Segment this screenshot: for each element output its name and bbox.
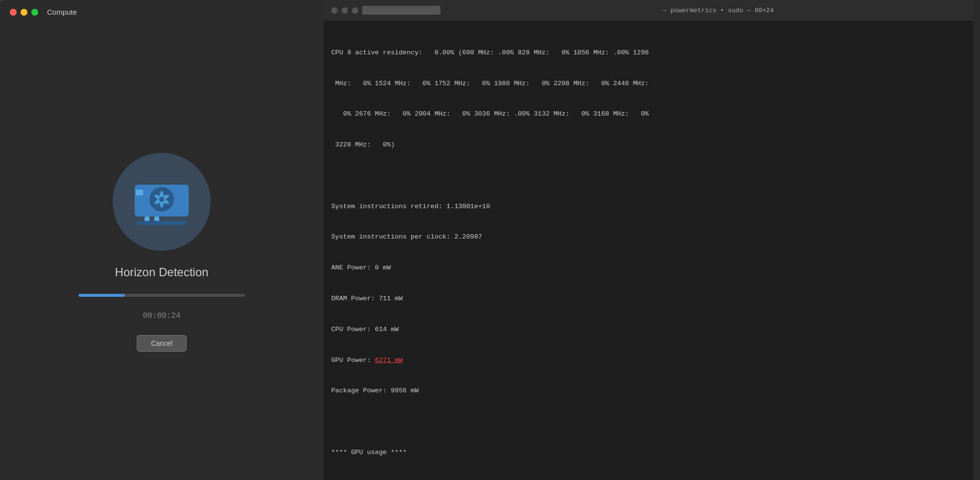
- gpu-icon: [130, 175, 194, 229]
- terminal-minimize-dot[interactable]: [342, 7, 348, 14]
- terminal-line: Package Power: 9956 mW: [331, 386, 965, 396]
- terminal-line: **** GPU usage ****: [331, 448, 965, 458]
- minimize-button[interactable]: [21, 9, 27, 16]
- terminal-maximize-dot[interactable]: [352, 7, 358, 14]
- terminal-line: 0% 2676 MHz: 0% 2904 MHz: 0% 3036 MHz: .…: [331, 109, 965, 120]
- compute-window: Compute: [0, 0, 323, 480]
- terminal-line: ANE Power: 0 mW: [331, 263, 965, 273]
- timer-display: 00:00:24: [143, 312, 181, 320]
- svg-rect-6: [137, 221, 186, 225]
- progress-bar-container: [78, 294, 245, 297]
- terminal-window: — powermetrics • sudo — 80×24 CPU 9 acti…: [323, 0, 973, 480]
- terminal-line: MHz: 0% 1524 MHz: 0% 1752 MHz: 0% 1980 M…: [331, 79, 965, 89]
- cancel-button[interactable]: Cancel: [137, 335, 187, 352]
- gpu-power-highlight: 6271 mW: [375, 357, 403, 364]
- terminal-title-input: [362, 6, 441, 15]
- terminal-close-dot[interactable]: [331, 7, 338, 14]
- gpu-icon-container: [113, 153, 211, 251]
- terminal-line: GPU Power: 6271 mW: [331, 356, 965, 366]
- terminal-line: System instructions per clock: 2.20987: [331, 232, 965, 242]
- terminal-body[interactable]: CPU 9 active residency: 0.00% (600 MHz: …: [323, 21, 973, 480]
- window-titlebar: Compute: [0, 0, 323, 24]
- terminal-line: [331, 171, 965, 181]
- terminal-title-text: — powermetrics • sudo — 80×24: [663, 7, 774, 14]
- svg-point-2: [159, 197, 164, 202]
- svg-rect-3: [145, 216, 149, 221]
- compute-content: Horizon Detection 00:00:24 Cancel: [0, 24, 323, 480]
- progress-bar-fill: [78, 294, 125, 297]
- terminal-line: [331, 417, 965, 427]
- maximize-button[interactable]: [31, 9, 38, 16]
- scrollbar-area[interactable]: [973, 0, 980, 480]
- svg-rect-4: [154, 216, 159, 221]
- terminal-line: [331, 479, 965, 480]
- window-title: Compute: [47, 8, 77, 16]
- terminal-line: 3228 MHz: 0%): [331, 140, 965, 150]
- svg-rect-5: [136, 190, 143, 195]
- terminal-line: CPU 9 active residency: 0.00% (600 MHz: …: [331, 48, 965, 58]
- task-label: Horizon Detection: [115, 265, 209, 279]
- close-button[interactable]: [10, 9, 17, 16]
- terminal-line: System instructions retired: 1.13001e+10: [331, 202, 965, 212]
- terminal-line: DRAM Power: 711 mW: [331, 294, 965, 304]
- terminal-line: CPU Power: 614 mW: [331, 325, 965, 335]
- terminal-titlebar: — powermetrics • sudo — 80×24: [323, 0, 973, 21]
